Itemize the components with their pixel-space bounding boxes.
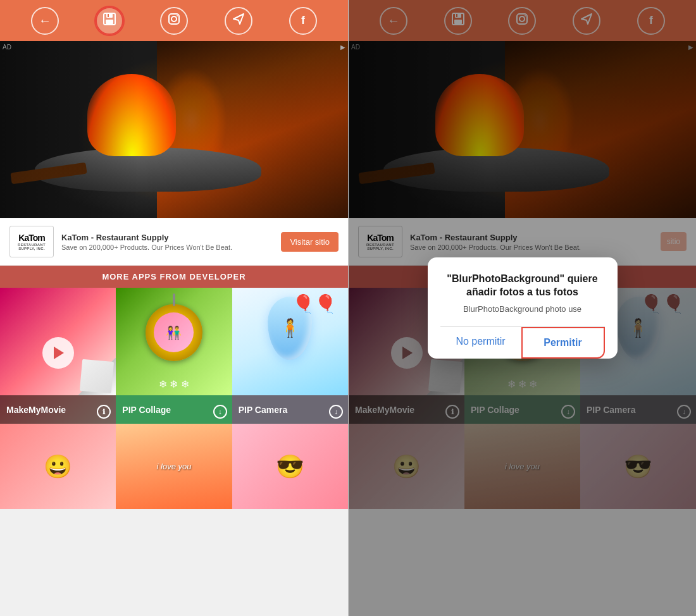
left-ad-banner: AD ▶: [0, 41, 348, 218]
left-app-tile-pip-collage[interactable]: 👫 ❄ ❄ ❄ PIP Collage ↓: [116, 288, 232, 424]
left-ad-text: KaTom - Restaurant Supply Save on 200,00…: [61, 233, 273, 251]
left-ad-info: KaTom RESTAURANT SUPPLY, INC. KaTom - Re…: [0, 218, 348, 266]
left-ad-title: KaTom - Restaurant Supply: [61, 233, 273, 242]
right-panel: ←: [348, 0, 696, 616]
svg-rect-3: [108, 14, 109, 17]
dialog-buttons: No permitir Permitir: [440, 326, 605, 359]
send-button[interactable]: [225, 7, 252, 35]
left-app-tile-pip-camera[interactable]: 🧍 🎈🎈 PIP Camera ↓: [232, 288, 348, 424]
permission-dialog: "BlurPhotoBackground" quiere añadir foto…: [428, 257, 618, 359]
save-button[interactable]: [96, 7, 123, 35]
facebook-icon: f: [301, 14, 305, 27]
katom-logo-text: KaTom: [18, 233, 44, 243]
left-pip-collage-download: ↓: [213, 405, 227, 419]
left-panel: ←: [0, 0, 348, 616]
visitar-sitio-button[interactable]: Visitar sitio: [281, 232, 339, 252]
save-icon: [103, 12, 116, 29]
svg-rect-1: [106, 13, 113, 18]
instagram-icon: [167, 12, 181, 29]
left-ad-label: AD: [3, 44, 11, 51]
left-app-grid-bottom: 😀 i love you 😎: [0, 424, 348, 509]
svg-point-6: [177, 15, 178, 16]
back-icon: ←: [39, 13, 51, 28]
back-button[interactable]: ←: [31, 7, 59, 35]
permitir-button[interactable]: Permitir: [521, 327, 605, 359]
left-toolbar: ←: [0, 0, 348, 41]
left-bottom-app-3[interactable]: 😎: [232, 424, 348, 509]
svg-point-5: [171, 16, 177, 22]
left-app-grid: MakeMyMovie ℹ 👫 ❄ ❄ ❄ PIP Collage ↓: [0, 288, 348, 424]
left-ad-label-right: ▶: [340, 44, 345, 51]
svg-rect-2: [106, 20, 113, 24]
left-pip-camera-download: ↓: [329, 405, 343, 419]
dialog-overlay: "BlurPhotoBackground" quiere añadir foto…: [349, 0, 696, 616]
left-more-apps-header: MORE APPS FROM DEVELOPER: [0, 266, 348, 288]
katom-logo-sub: RESTAURANT SUPPLY, INC.: [10, 243, 53, 250]
dialog-title: "BlurPhotoBackground" quiere añadir foto…: [440, 273, 605, 299]
send-icon: [232, 12, 245, 29]
left-bottom-app-2[interactable]: i love you: [116, 424, 232, 509]
no-permitir-button[interactable]: No permitir: [440, 327, 521, 359]
dialog-subtitle: BlurPhotoBackground photo use: [440, 304, 605, 314]
katom-logo: KaTom RESTAURANT SUPPLY, INC.: [9, 226, 54, 257]
facebook-button[interactable]: f: [289, 7, 317, 35]
left-ad-desc: Save on 200,000+ Products. Our Prices Wo…: [61, 243, 273, 251]
left-app-tile-makemymovie[interactable]: MakeMyMovie ℹ: [0, 288, 116, 424]
left-bottom-app-1[interactable]: 😀: [0, 424, 116, 509]
instagram-button[interactable]: [160, 7, 188, 35]
